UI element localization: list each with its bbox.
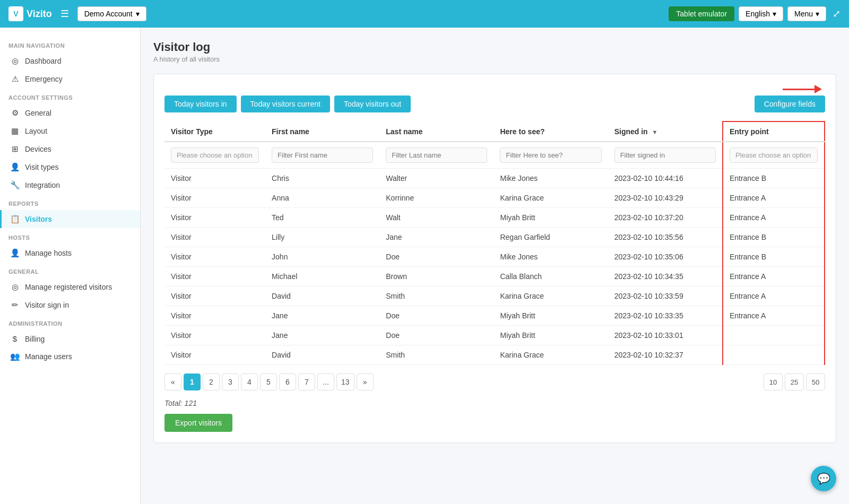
sidebar-label-layout: Layout: [25, 127, 47, 135]
export-visitors-button[interactable]: Export visitors: [164, 414, 232, 432]
sidebar-item-devices[interactable]: ⊞ Devices: [0, 140, 140, 158]
menu-dropdown-button[interactable]: Menu ▾: [787, 6, 826, 21]
col-header-here-to-see: Here to see?: [493, 121, 608, 142]
total-text: Total: 121: [164, 399, 825, 407]
layout-icon: ▦: [10, 126, 20, 136]
sidebar-label-billing: Billing: [25, 335, 45, 343]
cell-here-to-see: Calla Blanch: [493, 267, 608, 286]
cell-last-name: Doe: [379, 326, 493, 345]
pagination-row: « 1 2 3 4 5 6 7 ... 13 » 10 25 50: [164, 373, 825, 390]
cell-first-name: John: [265, 247, 379, 267]
page-size-50[interactable]: 50: [806, 373, 825, 390]
cell-visitor-type: Visitor: [164, 247, 265, 267]
table-row: Visitor David Smith Karina Grace 2023-02…: [164, 345, 825, 365]
sidebar-item-billing[interactable]: $ Billing: [0, 330, 140, 347]
sidebar-item-integration[interactable]: 🔧 Integration: [0, 176, 140, 194]
last-name-filter[interactable]: [386, 147, 487, 163]
sidebar-item-manage-hosts[interactable]: 👤 Manage hosts: [0, 244, 140, 262]
menu-dropdown-icon: ▾: [816, 10, 819, 18]
section-label-hosts: Hosts: [0, 228, 140, 244]
configure-fields-button[interactable]: Configure fields: [755, 95, 825, 112]
cell-first-name: David: [265, 345, 379, 365]
sidebar-section-reports: Reports 📋 Visitors: [0, 194, 140, 228]
sidebar-item-layout[interactable]: ▦ Layout: [0, 122, 140, 140]
cell-first-name: Ted: [265, 208, 379, 228]
page-button-13[interactable]: 13: [336, 373, 354, 390]
cell-entry-point: Entrance A: [723, 306, 825, 326]
signed-in-filter[interactable]: [614, 147, 716, 163]
today-visitors-in-button[interactable]: Today visitors in: [164, 95, 237, 112]
page-button-7[interactable]: 7: [298, 373, 315, 390]
table-row: Visitor Chris Walter Mike Jones 2023-02-…: [164, 169, 825, 188]
sidebar-item-visitor-sign-in[interactable]: ✏ Visitor sign in: [0, 296, 140, 314]
prev-page-button[interactable]: «: [164, 373, 181, 390]
language-label: English: [746, 10, 770, 18]
sidebar-section-general: General ◎ Manage registered visitors ✏ V…: [0, 262, 140, 314]
cell-visitor-type: Visitor: [164, 208, 265, 228]
section-label-reports: Reports: [0, 194, 140, 210]
section-label-account: Account settings: [0, 88, 140, 104]
sidebar-item-emergency[interactable]: ⚠ Emergency: [0, 70, 140, 88]
cell-last-name: Brown: [379, 267, 493, 286]
entry-point-filter[interactable]: Please choose an option Entrance A Entra…: [730, 147, 818, 163]
cell-entry-point: Entrance B: [723, 247, 825, 267]
page-button-2[interactable]: 2: [203, 373, 220, 390]
sidebar-section-main-navigation: Main Navigation ◎ Dashboard ⚠ Emergency: [0, 36, 140, 88]
page-button-1[interactable]: 1: [184, 373, 201, 390]
main-content: Visitor log A history of all visitors To…: [141, 28, 849, 504]
page-button-5[interactable]: 5: [260, 373, 277, 390]
page-button-6[interactable]: 6: [279, 373, 296, 390]
visitor-type-filter[interactable]: Please choose an option Visitor: [171, 147, 259, 163]
account-dropdown-button[interactable]: Demo Account ▾: [77, 6, 146, 21]
navbar: V Vizito ☰ Demo Account ▾ Tablet emulato…: [0, 0, 849, 28]
brand-name: Vizito: [27, 8, 52, 20]
cell-visitor-type: Visitor: [164, 228, 265, 247]
col-header-visitor-type: Visitor Type: [164, 121, 265, 142]
expand-icon[interactable]: ⤢: [833, 8, 841, 20]
visitors-icon: 📋: [10, 214, 20, 224]
cell-signed-in: 2023-02-10 10:43:29: [608, 188, 723, 208]
sidebar-item-visitors[interactable]: 📋 Visitors: [0, 210, 140, 228]
table-row: Visitor Jane Doe Miyah Britt 2023-02-10 …: [164, 306, 825, 326]
sidebar-item-visit-types[interactable]: 👤 Visit types: [0, 158, 140, 176]
page-size-buttons: 10 25 50: [764, 373, 825, 390]
page-button-3[interactable]: 3: [222, 373, 239, 390]
chat-bubble[interactable]: 💬: [811, 466, 836, 491]
pagination: « 1 2 3 4 5 6 7 ... 13 »: [164, 373, 374, 390]
first-name-filter[interactable]: [272, 147, 373, 163]
cell-signed-in: 2023-02-10 10:35:06: [608, 247, 723, 267]
page-size-25[interactable]: 25: [785, 373, 804, 390]
cell-entry-point: Entrance B: [723, 169, 825, 188]
sidebar-item-manage-users[interactable]: 👥 Manage users: [0, 347, 140, 366]
cell-visitor-type: Visitor: [164, 286, 265, 306]
chat-icon: 💬: [817, 472, 830, 485]
page-button-4[interactable]: 4: [241, 373, 258, 390]
cell-last-name: Doe: [379, 247, 493, 267]
hamburger-icon[interactable]: ☰: [60, 8, 69, 20]
cell-visitor-type: Visitor: [164, 306, 265, 326]
arrow-annotation: [164, 85, 825, 93]
sidebar-item-general[interactable]: ⚙ General: [0, 104, 140, 122]
today-visitors-out-button[interactable]: Today visitors out: [334, 95, 411, 112]
account-label: Demo Account: [84, 10, 133, 18]
sidebar-item-manage-registered[interactable]: ◎ Manage registered visitors: [0, 278, 140, 296]
here-to-see-filter[interactable]: [500, 147, 601, 163]
col-header-entry-point: Entry point: [723, 121, 825, 142]
dashboard-icon: ◎: [10, 56, 20, 66]
sidebar-item-dashboard[interactable]: ◎ Dashboard: [0, 52, 140, 70]
next-page-button[interactable]: »: [357, 373, 374, 390]
devices-icon: ⊞: [10, 144, 20, 154]
table-row: Visitor Anna Korrinne Karina Grace 2023-…: [164, 188, 825, 208]
cell-last-name: Smith: [379, 286, 493, 306]
sign-in-icon: ✏: [10, 300, 20, 310]
cell-first-name: Chris: [265, 169, 379, 188]
tablet-emulator-button[interactable]: Tablet emulator: [669, 6, 734, 21]
menu-label: Menu: [794, 10, 813, 18]
section-label-general2: General: [0, 262, 140, 278]
table-row: Visitor Lilly Jane Regan Garfield 2023-0…: [164, 228, 825, 247]
language-dropdown-button[interactable]: English ▾: [739, 6, 783, 21]
sidebar-section-admin: Administration $ Billing 👥 Manage users: [0, 314, 140, 366]
today-visitors-current-button[interactable]: Today visitors current: [241, 95, 330, 112]
page-size-10[interactable]: 10: [764, 373, 783, 390]
col-header-signed-in[interactable]: Signed in ▼: [608, 121, 723, 142]
